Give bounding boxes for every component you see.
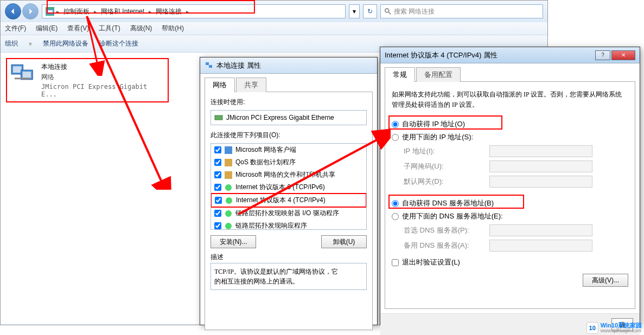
svg-rect-5	[13, 66, 22, 73]
tab-alternate[interactable]: 备用配置	[416, 67, 461, 82]
ip-input	[489, 145, 592, 157]
nic-item-local[interactable]: 本地连接 网络 JMicron PCI Express Gigabit E...	[6, 58, 169, 102]
menu-tools[interactable]: 工具(T)	[99, 24, 120, 33]
crumb-control-panel[interactable]: 控制面板	[61, 6, 92, 17]
titlebar[interactable]: 本地连接 属性	[200, 57, 377, 74]
protocol-icon	[225, 222, 232, 230]
help-text: 如果网络支持此功能，则可以获取自动指派的 IP 设置。否则，您需要从网络系统管理…	[391, 87, 629, 118]
svg-point-15	[226, 197, 232, 204]
item-checkbox[interactable]	[214, 159, 221, 166]
chevron-right-icon: ▸	[149, 9, 151, 15]
radio-manual-dns[interactable]: 使用下面的 DNS 服务器地址(E):	[391, 210, 629, 223]
svg-rect-7	[23, 72, 31, 78]
list-item: Microsoft 网络客户端	[211, 144, 366, 156]
menu-edit[interactable]: 编辑(E)	[36, 24, 58, 33]
mask-input	[489, 160, 592, 172]
radio-input[interactable]	[392, 213, 399, 220]
list-item-ipv4: Internet 协议版本 4 (TCP/IPv4)	[211, 193, 367, 208]
tab-body: 连接时使用: JMicron PCI Express Gigabit Ether…	[205, 92, 373, 330]
close-button[interactable]: ✕	[611, 50, 635, 60]
help-button[interactable]: ?	[595, 50, 610, 60]
cmd-diagnose[interactable]: 诊断这个连接	[99, 39, 138, 48]
gateway-input	[489, 176, 592, 188]
dialog-title: Internet 协议版本 4 (TCP/IPv4) 属性	[385, 50, 498, 60]
field-ip: IP 地址(I):	[391, 144, 629, 159]
tab-general[interactable]: 常规	[385, 67, 415, 82]
nic-icon	[10, 62, 36, 84]
service-icon	[225, 171, 232, 179]
list-item: QoS 数据包计划程序	[211, 156, 366, 169]
item-checkbox[interactable]	[214, 146, 221, 153]
watermark-logo: 10	[586, 322, 598, 334]
menu-view[interactable]: 查看(V)	[67, 24, 89, 33]
validate-checkbox[interactable]	[392, 259, 399, 266]
history-dropdown[interactable]: ▾	[349, 4, 360, 18]
cmd-disable[interactable]: 禁用此网络设备	[43, 39, 88, 48]
field-gateway: 默认网关(D):	[391, 174, 629, 189]
svg-rect-1	[47, 10, 53, 14]
dns1-input	[489, 224, 592, 236]
radio-input[interactable]	[392, 200, 399, 207]
item-checkbox[interactable]	[214, 222, 221, 229]
protocol-list[interactable]: Microsoft 网络客户端 QoS 数据包计划程序 Microsoft 网络…	[211, 143, 367, 230]
address-bar-area: ▸ 控制面板 ▸ 网络和 Internet ▸ 网络连接 ▸ ▾ ↻ 搜索 网络…	[1, 1, 547, 22]
tab-network[interactable]: 网络	[205, 78, 235, 92]
tab-strip: 网络 共享	[200, 74, 377, 92]
menu-bar: 文件(F) 编辑(E) 查看(V) 工具(T) 高级(N) 帮助(H)	[1, 22, 547, 35]
svg-point-14	[225, 184, 232, 191]
list-item: 链路层拓扑发现响应程序	[211, 220, 366, 230]
tab-strip: 常规 备用配置	[380, 63, 640, 81]
cmd-organize[interactable]: 组织	[5, 39, 18, 48]
list-item: 链路层拓扑发现映射器 I/O 驱动程序	[211, 207, 366, 220]
nav-buttons	[5, 3, 39, 20]
description-text: TCP/IP。该协议是默认的广域网络协议，它 的相互连接的网络上的通讯。	[211, 263, 367, 290]
connect-using-label: 连接时使用:	[211, 98, 367, 107]
menu-help[interactable]: 帮助(H)	[162, 24, 184, 33]
nic-name: 本地连接	[41, 62, 164, 72]
ipv4-properties-dialog: Internet 协议版本 4 (TCP/IPv4) 属性 ? ✕ 常规 备用配…	[380, 47, 640, 325]
radio-manual-ip[interactable]: 使用下面的 IP 地址(S):	[391, 131, 629, 144]
chevron-right-icon: ▸	[94, 9, 97, 15]
crumb-network-internet[interactable]: 网络和 Internet	[99, 6, 146, 17]
item-checkbox[interactable]	[214, 184, 221, 191]
uninstall-button[interactable]: 卸载(U)	[321, 235, 367, 248]
item-checkbox[interactable]	[214, 171, 221, 178]
svg-rect-10	[215, 115, 222, 120]
svg-point-2	[385, 9, 389, 12]
install-button[interactable]: 安装(N)...	[211, 235, 256, 248]
titlebar[interactable]: Internet 协议版本 4 (TCP/IPv4) 属性 ? ✕	[380, 47, 640, 63]
client-icon	[225, 146, 232, 154]
search-placeholder: 搜索 网络连接	[394, 7, 435, 16]
item-checkbox[interactable]	[215, 197, 222, 204]
back-button[interactable]	[5, 3, 21, 20]
radio-auto-ip[interactable]: 自动获得 IP 地址(O)	[391, 118, 629, 131]
svg-rect-13	[225, 171, 232, 179]
radio-input[interactable]	[392, 121, 399, 128]
advanced-button[interactable]: 高级(V)...	[583, 274, 628, 287]
dns2-input	[489, 240, 592, 252]
radio-input[interactable]	[392, 134, 399, 141]
protocol-icon	[225, 197, 233, 204]
menu-advanced[interactable]: 高级(N)	[130, 24, 152, 33]
menu-file[interactable]: 文件(F)	[5, 24, 26, 33]
refresh-button[interactable]: ↻	[363, 4, 377, 18]
list-item: Internet 协议版本 6 (TCP/IPv6)	[211, 181, 366, 194]
breadcrumb-bar[interactable]: ▸ 控制面板 ▸ 网络和 Internet ▸ 网络连接 ▸	[42, 4, 346, 18]
svg-rect-9	[209, 65, 212, 68]
tab-sharing[interactable]: 共享	[236, 78, 266, 92]
svg-line-3	[388, 12, 391, 14]
search-icon	[384, 8, 392, 15]
validate-checkbox-row[interactable]: 退出时验证设置(L)	[391, 253, 629, 272]
adapter-name: JMicron PCI Express Gigabit Etherne	[226, 114, 334, 121]
radio-auto-dns[interactable]: 自动获得 DNS 服务器地址(B)	[391, 197, 629, 210]
button-row: 安装(N)... 卸载(U)	[211, 235, 367, 248]
svg-point-17	[225, 223, 232, 229]
item-checkbox[interactable]	[214, 210, 221, 217]
network-icon	[205, 61, 213, 70]
search-input[interactable]: 搜索 网络连接	[380, 4, 543, 18]
crumb-network-connections[interactable]: 网络连接	[154, 6, 184, 17]
forward-button[interactable]	[22, 3, 39, 20]
nic-card-icon	[214, 113, 223, 122]
svg-point-16	[225, 210, 232, 217]
folder-icon	[46, 7, 54, 16]
